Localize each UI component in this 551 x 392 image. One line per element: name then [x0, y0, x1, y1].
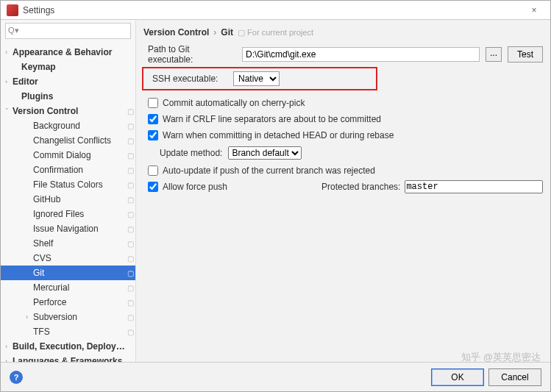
tree-item-label: Issue Navigation: [33, 224, 125, 234]
tree-item-label: Build, Execution, Deployment: [13, 341, 125, 352]
project-scope-icon: ▢: [125, 166, 135, 174]
protected-branches-label: Protected branches:: [321, 182, 400, 192]
warn-detached-checkbox[interactable]: [148, 130, 158, 140]
tree-item-background[interactable]: Background▢: [1, 118, 135, 133]
tree-item-subversion[interactable]: ›Subversion▢: [1, 310, 135, 324]
tree-item-appearance-behavior[interactable]: ›Appearance & Behavior: [1, 45, 135, 60]
tree-item-label: Mercurial: [33, 282, 125, 293]
breadcrumb: Version Control › Git For current projec…: [143, 24, 543, 40]
tree-arrow-icon: ›: [5, 78, 13, 85]
tree-item-label: Ignored Files: [33, 209, 125, 219]
protected-branches-input[interactable]: [405, 180, 543, 193]
git-path-label: Path to Git executable:: [143, 44, 236, 65]
project-scope-badge: For current project: [238, 28, 313, 38]
update-method-label: Update method:: [160, 148, 222, 158]
project-scope-icon: ▢: [125, 196, 135, 204]
allow-force-push-checkbox[interactable]: [148, 182, 158, 192]
tree-item-tfs[interactable]: TFS▢: [1, 324, 135, 339]
warn-crlf-label: Warn if CRLF line separators are about t…: [163, 114, 381, 124]
tree-item-version-control[interactable]: ˅Version Control▢: [1, 104, 135, 118]
tree-arrow-icon: ›: [26, 313, 33, 321]
tree-item-label: Keymap: [21, 62, 125, 72]
settings-tree: ›Appearance & BehaviorKeymap›EditorPlugi…: [1, 42, 135, 362]
test-button[interactable]: Test: [508, 46, 543, 63]
titlebar: Settings ×: [1, 1, 550, 20]
ssh-exec-label: SSH executable:: [148, 74, 227, 84]
allow-force-push-label: Allow force push: [163, 182, 280, 192]
project-scope-icon: ▢: [125, 299, 135, 307]
project-scope-icon: ▢: [125, 313, 135, 321]
chevron-right-icon: ›: [213, 27, 216, 38]
tree-item-file-status-colors[interactable]: File Status Colors▢: [1, 177, 135, 192]
tree-item-label: Appearance & Behavior: [13, 47, 125, 57]
warn-crlf-checkbox[interactable]: [148, 114, 158, 124]
warn-detached-label: Warn when committing in detached HEAD or…: [163, 130, 394, 140]
tree-item-git[interactable]: Git▢: [1, 266, 135, 280]
project-scope-icon: ▢: [125, 152, 135, 160]
tree-item-label: Changelist Conflicts: [33, 135, 125, 146]
tree-item-label: Commit Dialog: [33, 150, 125, 160]
tree-item-build-execution-deployment[interactable]: ›Build, Execution, Deployment: [1, 339, 135, 354]
tree-item-issue-navigation[interactable]: Issue Navigation▢: [1, 221, 135, 236]
project-scope-icon: ▢: [125, 225, 135, 233]
breadcrumb-root[interactable]: Version Control: [143, 27, 209, 38]
cancel-button[interactable]: Cancel: [488, 368, 541, 386]
tree-item-shelf[interactable]: Shelf▢: [1, 236, 135, 251]
auto-commit-cherry-checkbox[interactable]: [148, 98, 158, 108]
search-input[interactable]: [5, 23, 131, 39]
tree-item-label: Background: [33, 121, 125, 131]
tree-item-github[interactable]: GitHub▢: [1, 192, 135, 207]
tree-arrow-icon: ˅: [5, 107, 13, 115]
tree-item-cvs[interactable]: CVS▢: [1, 251, 135, 266]
search-box: Q▾: [5, 23, 131, 39]
project-scope-icon: ▢: [125, 122, 135, 130]
tree-item-label: Shelf: [33, 238, 125, 249]
ssh-highlight-box: SSH executable: Built-inNative: [142, 67, 377, 90]
auto-commit-cherry-label: Commit automatically on cherry-pick: [163, 98, 305, 108]
help-button[interactable]: ?: [10, 371, 23, 384]
auto-update-push-label: Auto-update if push of the current branc…: [163, 165, 375, 176]
tree-item-label: Perforce: [33, 297, 125, 307]
tree-item-label: Confirmation: [33, 165, 125, 175]
tree-item-label: Languages & Frameworks: [13, 356, 125, 362]
git-path-row: Path to Git executable: ... Test: [143, 45, 543, 64]
tree-item-label: GitHub: [33, 194, 125, 204]
ssh-exec-select[interactable]: Built-inNative: [233, 71, 280, 86]
project-scope-icon: ▢: [125, 284, 135, 292]
auto-update-push-checkbox[interactable]: [148, 165, 158, 176]
tree-item-label: File Status Colors: [33, 179, 125, 190]
search-icon: Q▾: [8, 26, 19, 35]
tree-item-editor[interactable]: ›Editor: [1, 74, 135, 89]
tree-arrow-icon: ›: [5, 343, 13, 350]
content-pane: Version Control › Git For current projec…: [136, 20, 550, 362]
project-scope-icon: ▢: [125, 254, 135, 263]
update-method-select[interactable]: Branch defaultMergeRebase: [228, 146, 302, 160]
tree-item-plugins[interactable]: Plugins: [1, 89, 135, 104]
tree-arrow-icon: ›: [5, 49, 13, 56]
tree-item-languages-frameworks[interactable]: ›Languages & Frameworks: [1, 354, 135, 362]
browse-button[interactable]: ...: [486, 47, 502, 62]
project-scope-icon: ▢: [125, 107, 135, 115]
tree-item-label: CVS: [33, 253, 125, 263]
project-scope-icon: ▢: [125, 181, 135, 189]
ok-button[interactable]: OK: [431, 368, 484, 386]
window-title: Settings: [23, 5, 524, 15]
git-path-input[interactable]: [242, 47, 480, 62]
app-icon: [7, 4, 18, 16]
tree-item-keymap[interactable]: Keymap: [1, 60, 135, 74]
tree-item-commit-dialog[interactable]: Commit Dialog▢: [1, 148, 135, 163]
tree-item-changelist-conflicts[interactable]: Changelist Conflicts▢: [1, 133, 135, 148]
sidebar: Q▾ ›Appearance & BehaviorKeymap›EditorPl…: [1, 20, 136, 362]
tree-item-mercurial[interactable]: Mercurial▢: [1, 280, 135, 295]
tree-item-ignored-files[interactable]: Ignored Files▢: [1, 207, 135, 221]
project-scope-icon: ▢: [125, 137, 135, 145]
tree-item-label: Subversion: [33, 312, 125, 322]
tree-item-label: Plugins: [21, 91, 125, 101]
tree-item-confirmation[interactable]: Confirmation▢: [1, 163, 135, 177]
project-scope-icon: ▢: [125, 240, 135, 248]
project-scope-icon: ▢: [125, 269, 135, 277]
tree-item-perforce[interactable]: Perforce▢: [1, 295, 135, 310]
close-icon[interactable]: ×: [524, 5, 544, 15]
tree-item-label: Git: [33, 268, 125, 278]
breadcrumb-leaf: Git: [221, 27, 233, 38]
